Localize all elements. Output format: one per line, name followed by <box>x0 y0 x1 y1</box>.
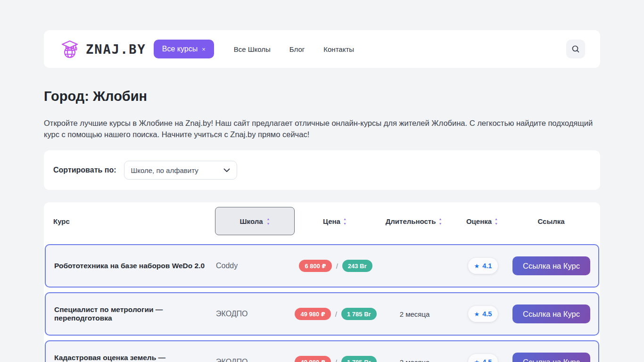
course-link-button[interactable]: Ссылка на Курс <box>512 256 590 275</box>
course-price: 49 980 ₽ / 1 785 Br <box>296 308 376 320</box>
close-icon[interactable]: × <box>202 46 206 53</box>
course-school: Coddy <box>216 262 296 270</box>
course-rating: ★ 4.5 <box>454 354 512 362</box>
sort-down-icon: ▼ <box>267 222 270 225</box>
course-row: Робототехника на базе наборов WeDo 2.0 C… <box>45 244 599 288</box>
table-header-row: Курс Школа ▲ ▼ Цена ▲ ▼ Длительность <box>45 202 599 240</box>
main-nav: Все Школы Блог Контакты <box>234 45 354 53</box>
price-separator: / <box>335 310 337 318</box>
course-price: 6 800 ₽ / 243 Br <box>296 260 376 272</box>
sort-down-icon: ▼ <box>438 222 442 225</box>
page-container: ZNAJ.BY Все курсы × Все Школы Блог Конта… <box>44 30 600 362</box>
sort-down-icon: ▼ <box>495 222 498 225</box>
course-rating: ★ 4.5 <box>454 306 512 322</box>
sort-up-icon: ▲ <box>343 217 347 221</box>
course-title: Кадастровая оценка земель — переподготов… <box>54 354 216 362</box>
course-duration: 2 месяца <box>376 310 454 318</box>
sort-bar: Сортировать по: Школе, по алфавиту <box>44 150 600 190</box>
sort-down-icon: ▼ <box>343 222 347 225</box>
sort-arrows-icon: ▲ ▼ <box>495 217 498 225</box>
sort-arrows-icon: ▲ ▼ <box>267 217 270 225</box>
nav-all-schools[interactable]: Все Школы <box>234 45 271 53</box>
sort-select-value: Школе, по алфавиту <box>131 166 198 174</box>
course-price: 49 980 ₽ / 1 785 Br <box>296 356 376 362</box>
sort-arrows-icon: ▲ ▼ <box>438 217 442 225</box>
column-header-school[interactable]: Школа ▲ ▼ <box>215 207 295 235</box>
all-courses-label: Все курсы <box>162 45 198 53</box>
star-icon: ★ <box>474 359 480 362</box>
course-duration: 2 месяца <box>376 358 454 362</box>
search-icon <box>571 44 580 54</box>
price-separator: / <box>335 358 337 362</box>
sort-up-icon: ▲ <box>438 217 442 221</box>
column-header-duration[interactable]: Длительность ▲ ▼ <box>375 217 453 225</box>
courses-table: Курс Школа ▲ ▼ Цена ▲ ▼ Длительность <box>44 202 600 362</box>
course-school: ЭКОДПО <box>216 358 296 362</box>
price-rub-badge: 49 980 ₽ <box>295 308 330 320</box>
search-button[interactable] <box>566 40 585 58</box>
column-header-link: Ссылка <box>512 217 591 225</box>
price-separator: / <box>336 262 338 270</box>
sort-select[interactable]: Школе, по алфавиту <box>124 161 237 180</box>
course-row: Кадастровая оценка земель — переподготов… <box>45 340 599 362</box>
price-byn-badge: 1 785 Br <box>341 356 377 362</box>
course-title: Робототехника на базе наборов WeDo 2.0 <box>54 262 216 270</box>
rating-badge: ★ 4.1 <box>468 258 498 274</box>
course-link-button[interactable]: Ссылка на Курс <box>512 353 590 362</box>
sort-label: Сортировать по: <box>53 166 116 174</box>
column-header-rating[interactable]: Оценка ▲ ▼ <box>453 217 512 225</box>
rating-value: 4.1 <box>482 262 492 270</box>
column-header-course: Курс <box>53 217 215 225</box>
price-rub-badge: 49 980 ₽ <box>295 356 330 362</box>
column-header-price[interactable]: Цена ▲ ▼ <box>295 217 375 225</box>
price-rub-badge: 6 800 ₽ <box>299 260 331 272</box>
sort-up-icon: ▲ <box>267 217 270 221</box>
course-rating: ★ 4.1 <box>454 258 512 274</box>
rating-value: 4.5 <box>482 310 492 318</box>
graduation-cap-globe-icon <box>61 39 79 59</box>
price-byn-badge: 243 Br <box>342 260 372 272</box>
star-icon: ★ <box>474 311 480 318</box>
nav-contacts[interactable]: Контакты <box>323 45 354 53</box>
header: ZNAJ.BY Все курсы × Все Школы Блог Конта… <box>44 30 600 68</box>
course-row: Специалист по метрологии — переподготовк… <box>45 292 599 336</box>
course-link-button[interactable]: Ссылка на Курс <box>512 304 590 323</box>
nav-blog[interactable]: Блог <box>289 45 305 53</box>
course-school: ЭКОДПО <box>216 310 296 318</box>
sort-arrows-icon: ▲ ▼ <box>343 217 347 225</box>
course-title: Специалист по метрологии — переподготовк… <box>54 305 216 322</box>
page-description: Откройте лучшие курсы в Жлобине на Znaj.… <box>44 117 600 140</box>
star-icon: ★ <box>474 263 480 270</box>
chevron-down-icon <box>223 168 230 173</box>
sort-up-icon: ▲ <box>495 217 498 221</box>
rating-badge: ★ 4.5 <box>468 306 498 322</box>
page-title: Город: Жлобин <box>44 89 600 104</box>
all-courses-button[interactable]: Все курсы × <box>154 40 214 58</box>
logo[interactable]: ZNAJ.BY <box>61 39 146 59</box>
logo-text: ZNAJ.BY <box>86 42 146 57</box>
rating-value: 4.5 <box>482 358 492 362</box>
rating-badge: ★ 4.5 <box>468 354 498 362</box>
price-byn-badge: 1 785 Br <box>341 308 377 320</box>
